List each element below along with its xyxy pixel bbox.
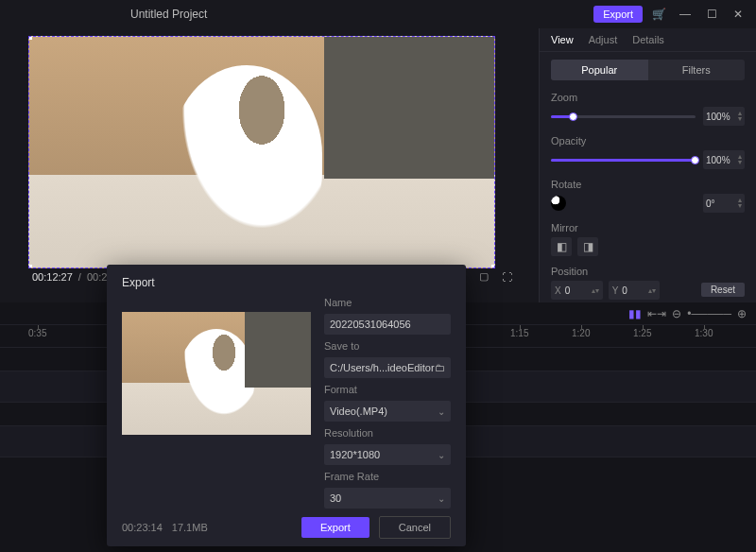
export-confirm-button[interactable]: Export (301, 517, 369, 538)
export-size: 17.1MB (172, 522, 208, 533)
saveto-label: Save to (324, 340, 451, 352)
export-duration: 00:23:14 (122, 522, 163, 533)
export-button[interactable]: Export (593, 6, 643, 23)
chevron-down-icon: ⌄ (438, 406, 445, 417)
titlebar: Untitled Project Export 🛒 — ☐ ✕ (0, 0, 756, 28)
export-thumbnail (122, 312, 311, 435)
project-title: Untitled Project (130, 8, 207, 21)
tab-adjust[interactable]: Adjust (589, 34, 618, 45)
dialog-title: Export (122, 276, 451, 289)
tab-view[interactable]: View (551, 34, 574, 45)
tick: 1:15 (510, 328, 528, 338)
chevron-down-icon: ⌄ (438, 450, 445, 460)
chevron-down-icon: ⌄ (438, 493, 445, 504)
mirror-vertical-icon[interactable]: ◨ (577, 237, 598, 256)
opacity-value[interactable]: 100%▴▾ (703, 150, 745, 169)
main-area: 00:12:27 / 00:23:14 : 9 ⌄ ▢ ⛶ View Adjus… (0, 28, 756, 302)
subtab-filters[interactable]: Filters (648, 60, 746, 80)
zoom-in-icon[interactable]: ⊕ (737, 307, 747, 320)
zoom-value[interactable]: 100%▴▾ (703, 107, 745, 126)
mirror-label: Mirror (551, 222, 745, 233)
cancel-button[interactable]: Cancel (379, 516, 451, 539)
marker-tool-icon[interactable]: ⇤⇥ (647, 307, 666, 320)
zoom-slider[interactable] (551, 115, 696, 118)
maximize-icon[interactable]: ☐ (701, 4, 722, 25)
preview-area: 00:12:27 / 00:23:14 : 9 ⌄ ▢ ⛶ (0, 28, 539, 302)
reset-button[interactable]: Reset (701, 283, 745, 297)
crop-icon[interactable]: ▢ (475, 270, 492, 283)
zoom-out-icon[interactable]: ⊖ (672, 307, 681, 320)
position-label: Position (551, 266, 745, 277)
framerate-select[interactable]: 30⌄ (324, 488, 451, 509)
rotate-value[interactable]: 0°▴▾ (703, 194, 745, 213)
format-select[interactable]: Video(.MP4)⌄ (324, 401, 451, 422)
position-x-input[interactable]: X0▴▾ (551, 281, 603, 300)
fullscreen-icon[interactable]: ⛶ (498, 271, 516, 283)
opacity-label: Opacity (551, 135, 745, 147)
tick: 0:35 (28, 328, 46, 338)
export-dialog: Export Name 20220531064056 Save to C:/Us… (107, 265, 466, 546)
tick: 1:30 (695, 328, 713, 338)
time-sep: / (78, 271, 81, 283)
rotate-label: Rotate (551, 179, 745, 190)
position-y-input[interactable]: Y0▴▾ (609, 281, 661, 300)
current-time: 00:12:27 (32, 271, 73, 283)
marker-in-icon[interactable]: ▮▮ (628, 307, 642, 320)
folder-icon[interactable]: 🗀 (435, 362, 445, 373)
preview-canvas[interactable] (28, 36, 495, 268)
name-input[interactable]: 20220531064056 (324, 314, 451, 335)
close-icon[interactable]: ✕ (728, 4, 748, 25)
tab-details[interactable]: Details (632, 34, 664, 45)
resolution-label: Resolution (324, 427, 451, 439)
zoom-label: Zoom (551, 92, 745, 103)
subtab-popular[interactable]: Popular (551, 60, 648, 80)
rotate-knob[interactable] (551, 196, 566, 211)
framerate-label: Frame Rate (324, 471, 451, 482)
zoom-slider-dot[interactable]: •───── (687, 307, 731, 320)
name-label: Name (324, 297, 451, 308)
saveto-input[interactable]: C:/Users/h...ideoEditor🗀 (324, 357, 451, 378)
format-label: Format (324, 384, 451, 395)
cart-icon[interactable]: 🛒 (648, 4, 669, 25)
mirror-horizontal-icon[interactable]: ◧ (551, 237, 572, 256)
minimize-icon[interactable]: — (675, 4, 696, 25)
resolution-select[interactable]: 1920*1080⌄ (324, 444, 451, 465)
opacity-slider[interactable] (551, 159, 696, 162)
properties-panel: View Adjust Details Popular Filters Zoom… (539, 28, 756, 302)
tick: 1:25 (633, 328, 651, 338)
tick: 1:20 (572, 328, 590, 338)
